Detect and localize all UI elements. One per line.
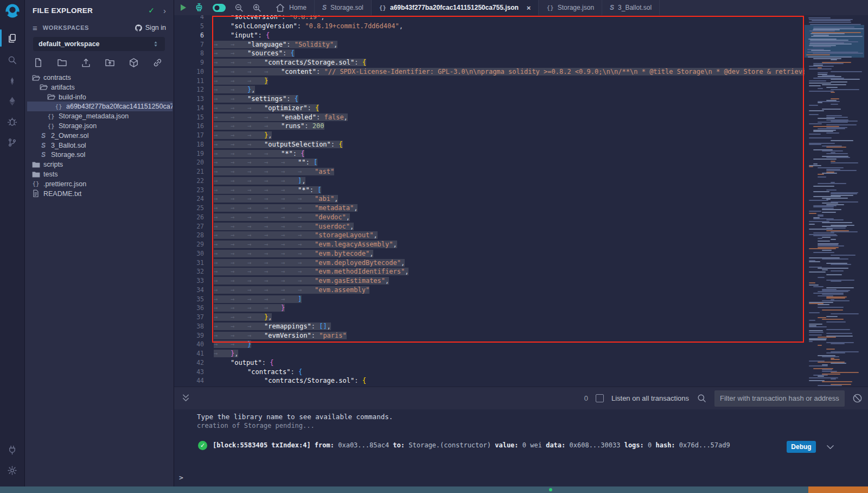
tree-item-tests[interactable]: tests <box>27 169 173 179</box>
terminal-search-icon[interactable] <box>697 393 707 403</box>
tab-a69b43f277ba20fcac141151250ca755-json[interactable]: {}a69b43f277ba20fcac141151250ca755.json× <box>372 0 539 15</box>
code-line-36[interactable]: 36→→→→} <box>174 304 805 313</box>
sidebar-search-icon[interactable] <box>0 51 24 68</box>
code-line-32[interactable]: 32→→→→→→"evm.methodIdentifiers", <box>174 267 805 276</box>
code-line-15[interactable]: 15→→→→"enabled": false, <box>174 113 805 122</box>
new-file-icon[interactable] <box>33 58 43 68</box>
code-line-24[interactable]: 24→→→→→→"abi", <box>174 194 805 204</box>
code-line-40[interactable]: 40→→} <box>174 340 805 349</box>
link-icon[interactable] <box>152 58 163 68</box>
transaction-filter-input[interactable] <box>714 390 845 407</box>
tree-item-build-info[interactable]: build-info <box>27 92 173 102</box>
checkmark-icon[interactable]: ✓ <box>148 6 155 15</box>
ai-robot-icon[interactable] <box>194 2 205 13</box>
tree-item-3-ballot-sol[interactable]: S3_Ballot.sol <box>27 141 173 150</box>
code-line-18[interactable]: 18→→→"outputSelection": { <box>174 140 805 149</box>
tab-storage-sol[interactable]: SStorage.sol <box>315 0 372 15</box>
code-line-11[interactable]: 11→→→} <box>174 77 805 86</box>
code-line-41[interactable]: 41→}, <box>174 349 805 358</box>
hamburger-menu-icon[interactable]: ≡ <box>33 23 37 33</box>
upload-folder-icon[interactable] <box>105 58 115 68</box>
tree-item-storage-json[interactable]: {}Storage.json <box>27 121 173 131</box>
code-line-20[interactable]: 20→→→→→"": [ <box>174 158 805 167</box>
code-line-7[interactable]: 7→→"language": "Solidity", <box>174 40 805 49</box>
copilot-toggle-icon[interactable] <box>212 3 226 12</box>
tab-3-ballot-sol[interactable]: S3_Ballot.sol <box>602 0 660 15</box>
transaction-log-row[interactable]: ✓ [block:5583405 txIndex:4] from: 0xa03.… <box>174 438 792 453</box>
code-line-13[interactable]: 13→→"settings": { <box>174 94 805 104</box>
minimap-dash <box>813 186 834 187</box>
code-line-27[interactable]: 27→→→→→→"userdoc", <box>174 222 805 231</box>
sidebar-solidity-compiler-icon[interactable] <box>0 72 24 90</box>
minimap-dash <box>826 124 857 125</box>
tree-item-scripts[interactable]: scripts <box>27 160 173 169</box>
sidebar-debugger-icon[interactable] <box>0 113 24 130</box>
code-line-30[interactable]: 30→→→→→→"evm.bytecode", <box>174 249 805 258</box>
code-line-17[interactable]: 17→→→}, <box>174 131 805 140</box>
code-line-6[interactable]: 6"input": { <box>174 31 805 40</box>
sign-in-label: Sign in <box>145 24 166 31</box>
sidebar-remix-logo[interactable] <box>0 2 24 20</box>
code-editor[interactable]: 4"solcVersion": "0.8.19",5"solcLongVersi… <box>174 15 805 387</box>
code-line-14[interactable]: 14→→→"optimizer": { <box>174 104 805 113</box>
code-line-34[interactable]: 34→→→→→→"evm.assembly" <box>174 286 805 295</box>
listen-all-checkbox[interactable] <box>596 394 604 402</box>
code-line-19[interactable]: 19→→→→"*": { <box>174 149 805 159</box>
sidebar-plugin-manager-icon[interactable] <box>0 441 24 458</box>
sidebar-settings-gear-icon[interactable] <box>0 462 24 479</box>
workspace-select[interactable]: default_workspace <box>33 37 165 51</box>
tab-home[interactable]: Home <box>267 0 315 15</box>
code-line-43[interactable]: 43"contracts": { <box>174 368 805 377</box>
code-line-33[interactable]: 33→→→→→→"evm.gasEstimates", <box>174 276 805 286</box>
upload-file-icon[interactable] <box>81 58 91 68</box>
new-folder-icon[interactable] <box>57 58 67 68</box>
chevron-right-icon[interactable]: › <box>163 6 166 15</box>
code-line-29[interactable]: 29→→→→→→"evm.legacyAssembly", <box>174 240 805 249</box>
zoom-in-icon[interactable] <box>252 3 262 13</box>
code-line-38[interactable]: 38→→→"remappings": [], <box>174 322 805 331</box>
code-line-8[interactable]: 8→→"sources": { <box>174 49 805 58</box>
tab-storage-json[interactable]: {}Storage.json <box>539 0 602 15</box>
code-line-25[interactable]: 25→→→→→→"metadata", <box>174 204 805 213</box>
sidebar-deploy-run-icon[interactable] <box>0 92 24 110</box>
code-line-5[interactable]: 5"solcLongVersion": "0.8.19+commit.7dd6d… <box>174 22 805 31</box>
tree-item-a69b43f277ba20fcac141151250ca7-[interactable]: {}a69b43f277ba20fcac141151250ca7... <box>27 102 173 111</box>
code-line-21[interactable]: 21→→→→→→"ast" <box>174 167 805 176</box>
zoom-out-icon[interactable] <box>234 3 244 13</box>
code-line-39[interactable]: 39→→→"evmVersion": "paris" <box>174 331 805 340</box>
code-line-23[interactable]: 23→→→→→"*": [ <box>174 186 805 195</box>
status-alert-badge[interactable] <box>808 486 868 493</box>
code-line-37[interactable]: 37→→→}, <box>174 313 805 322</box>
terminal-prompt[interactable]: > <box>179 473 183 482</box>
debug-button[interactable]: Debug <box>787 441 816 453</box>
tree-item-2-owner-sol[interactable]: S2_Owner.sol <box>27 131 173 141</box>
close-tab-icon[interactable]: × <box>527 4 531 12</box>
code-line-10[interactable]: 10→→→→"content": "// SPDX-License-Identi… <box>174 67 805 77</box>
code-line-35[interactable]: 35→→→→→] <box>174 295 805 304</box>
code-line-28[interactable]: 28→→→→→→"storageLayout", <box>174 231 805 240</box>
code-line-44[interactable]: 44"contracts/Storage.sol": { <box>174 376 805 385</box>
terminal-collapse-icon[interactable] <box>181 393 191 403</box>
sidebar-file-explorer-icon[interactable] <box>0 29 24 47</box>
clear-console-icon[interactable] <box>852 393 863 403</box>
editor-minimap[interactable] <box>805 15 864 387</box>
tree-item-contracts[interactable]: contracts <box>27 73 173 83</box>
code-line-22[interactable]: 22→→→→→], <box>174 176 805 186</box>
tx-expand-chevron-icon[interactable] <box>825 442 835 452</box>
publish-box-icon[interactable] <box>129 58 139 68</box>
tree-item--prettierrc-json[interactable]: {}.prettierrc.json <box>27 179 173 189</box>
tree-item-storage-metadata-json[interactable]: {}Storage_metadata.json <box>27 111 173 121</box>
tree-item-readme-txt[interactable]: README.txt <box>27 189 173 199</box>
run-play-icon[interactable] <box>181 4 186 11</box>
code-line-26[interactable]: 26→→→→→→"devdoc", <box>174 213 805 222</box>
sidebar-git-icon[interactable] <box>0 134 24 151</box>
code-line-31[interactable]: 31→→→→→→"evm.deployedBytecode", <box>174 258 805 268</box>
code-line-4[interactable]: 4"solcVersion": "0.8.19", <box>174 15 805 22</box>
tree-item-storage-sol[interactable]: SStorage.sol <box>27 150 173 160</box>
code-line-9[interactable]: 9→→→"contracts/Storage.sol": { <box>174 58 805 67</box>
tree-item-artifacts[interactable]: artifacts <box>27 83 173 92</box>
github-sign-in-button[interactable]: Sign in <box>135 24 166 32</box>
code-line-42[interactable]: 42"output": { <box>174 358 805 368</box>
code-line-16[interactable]: 16→→→→"runs": 200 <box>174 122 805 131</box>
code-line-12[interactable]: 12→→}, <box>174 85 805 94</box>
